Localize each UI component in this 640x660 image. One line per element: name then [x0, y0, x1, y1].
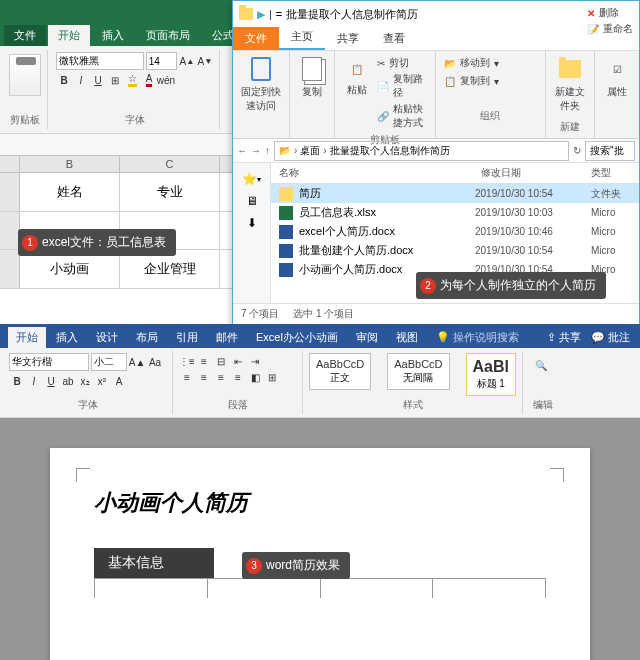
bullets-icon[interactable]: ⋮≡: [179, 353, 195, 369]
word-underline[interactable]: U: [43, 373, 59, 389]
justify-icon[interactable]: ≡: [230, 369, 246, 385]
file-date: 2019/10/30 10:54: [475, 188, 585, 199]
excel-tab-file[interactable]: 文件: [4, 25, 46, 46]
word-bold[interactable]: B: [9, 373, 25, 389]
multilevel-icon[interactable]: ⊟: [213, 353, 229, 369]
find-icon[interactable]: 🔍: [529, 353, 553, 377]
newfolder-icon[interactable]: [559, 60, 581, 78]
word-dec-font[interactable]: Aa: [147, 354, 163, 370]
word-strike[interactable]: ab: [60, 373, 76, 389]
style-normal[interactable]: AaBbCcD正文: [309, 353, 371, 390]
moveto-button[interactable]: 📂 移动到 ▾: [444, 55, 499, 71]
back-button[interactable]: ←: [237, 145, 247, 156]
word-tab-design[interactable]: 设计: [88, 327, 126, 348]
word-tell-me[interactable]: 💡 操作说明搜索: [428, 327, 527, 348]
numbering-icon[interactable]: ≡: [196, 353, 212, 369]
word-sub[interactable]: x₂: [77, 373, 93, 389]
select-all-cell[interactable]: [0, 156, 20, 172]
word-edit-group: 🔍 编辑: [523, 351, 563, 414]
align-center-icon[interactable]: ≡: [196, 369, 212, 385]
delete-button[interactable]: ✕ 删除: [587, 5, 633, 21]
shading-icon[interactable]: ◧: [247, 369, 263, 385]
excel-tab-layout[interactable]: 页面布局: [136, 25, 200, 46]
word-tab-ref[interactable]: 引用: [168, 327, 206, 348]
downloads-icon[interactable]: ⬇: [238, 213, 266, 233]
word-texteffect[interactable]: A: [111, 373, 127, 389]
col-a[interactable]: B: [20, 156, 120, 172]
pasteshort-button[interactable]: 🔗 粘贴快捷方式: [377, 101, 427, 131]
explorer-tab-file[interactable]: 文件: [233, 27, 279, 50]
excel-tab-insert[interactable]: 插入: [92, 25, 134, 46]
explorer-tab-view[interactable]: 查看: [371, 27, 417, 50]
list-item[interactable]: 简历2019/10/30 10:54文件夹: [271, 184, 639, 203]
copy-icon[interactable]: [302, 57, 322, 81]
comment-button[interactable]: 💬 批注: [591, 330, 630, 345]
indent-inc-icon[interactable]: ⇥: [247, 353, 263, 369]
decrease-font-icon[interactable]: A▼: [197, 53, 213, 69]
word-tab-review[interactable]: 审阅: [348, 327, 386, 348]
col-b[interactable]: C: [120, 156, 220, 172]
explorer-tab-share[interactable]: 共享: [325, 27, 371, 50]
word-ribbon: 华文行楷 小二 A▲ Aa B I U ab x₂ x² A 字体 ⋮≡ ≡ ⊟…: [0, 348, 640, 418]
word-fontsize-select[interactable]: 小二: [91, 353, 127, 371]
col-name[interactable]: 名称: [279, 166, 481, 180]
list-item[interactable]: 批量创建个人简历.docx2019/10/30 10:54Micro: [271, 241, 639, 260]
font-color-button[interactable]: A: [141, 72, 157, 88]
fwd-button[interactable]: →: [251, 145, 261, 156]
align-left-icon[interactable]: ≡: [179, 369, 195, 385]
col-type[interactable]: 类型: [591, 166, 631, 180]
cell[interactable]: 专业: [120, 173, 220, 211]
bold-button[interactable]: B: [56, 72, 72, 88]
row-header[interactable]: [0, 173, 20, 211]
file-name: 员工信息表.xlsx: [299, 205, 469, 220]
fill-color-button[interactable]: ☆: [124, 72, 140, 88]
pin-label: 固定到快速访问: [241, 85, 281, 113]
font-size-select[interactable]: 14: [146, 52, 177, 70]
word-font-select[interactable]: 华文行楷: [9, 353, 89, 371]
word-italic[interactable]: I: [26, 373, 42, 389]
italic-button[interactable]: I: [73, 72, 89, 88]
style-heading1[interactable]: AaBl标题 1: [466, 353, 516, 396]
word-tab-custom[interactable]: Excel办公小动画: [248, 327, 346, 348]
explorer-tab-home[interactable]: 主页: [279, 25, 325, 50]
word-inc-font[interactable]: A▲: [129, 354, 145, 370]
quickaccess-icon[interactable]: ⭐▾: [238, 169, 266, 189]
up-button[interactable]: ↑: [265, 145, 270, 156]
search-box[interactable]: 搜索"批: [585, 141, 635, 161]
list-item[interactable]: 员工信息表.xlsx2019/10/30 10:03Micro: [271, 203, 639, 222]
pin-icon[interactable]: [251, 57, 271, 81]
paste-icon[interactable]: 📋: [343, 55, 371, 83]
align-right-icon[interactable]: ≡: [213, 369, 229, 385]
word-tab-home[interactable]: 开始: [8, 327, 46, 348]
path-box[interactable]: 📂› 桌面› 批量提取个人信息制作简历: [274, 141, 569, 161]
rename-button[interactable]: 📝 重命名: [587, 21, 633, 37]
phonetic-button[interactable]: wén: [158, 72, 174, 88]
word-tab-view[interactable]: 视图: [388, 327, 426, 348]
indent-dec-icon[interactable]: ⇤: [230, 353, 246, 369]
word-sup[interactable]: x²: [94, 373, 110, 389]
props-group: ☑ 属性: [595, 51, 639, 138]
row-header[interactable]: [0, 212, 20, 249]
border-icon[interactable]: ⊞: [264, 369, 280, 385]
copyto-button[interactable]: 📋 复制到 ▾: [444, 73, 499, 89]
row-header[interactable]: [0, 250, 20, 288]
paste-icon[interactable]: [9, 54, 41, 96]
col-date[interactable]: 修改日期: [481, 166, 591, 180]
cell[interactable]: 姓名: [20, 173, 120, 211]
desktop-icon[interactable]: 🖥: [238, 191, 266, 211]
newfolder-label: 新建文件夹: [554, 85, 586, 113]
word-tab-mail[interactable]: 邮件: [208, 327, 246, 348]
font-name-select[interactable]: 微软雅黑: [56, 52, 144, 70]
border-button[interactable]: ⊞: [107, 72, 123, 88]
excel-tab-home[interactable]: 开始: [48, 25, 90, 46]
underline-button[interactable]: U: [90, 72, 106, 88]
share-button[interactable]: ⇪ 共享: [547, 330, 581, 345]
props-icon[interactable]: ☑: [603, 55, 631, 83]
style-nospacing[interactable]: AaBbCcD无间隔: [387, 353, 449, 390]
word-tab-layout[interactable]: 布局: [128, 327, 166, 348]
cut-button[interactable]: ✂ 剪切: [377, 55, 427, 71]
list-item[interactable]: excel个人简历.docx2019/10/30 10:46Micro: [271, 222, 639, 241]
copypath-button[interactable]: 📄 复制路径: [377, 71, 427, 101]
increase-font-icon[interactable]: A▲: [179, 53, 195, 69]
word-tab-insert[interactable]: 插入: [48, 327, 86, 348]
